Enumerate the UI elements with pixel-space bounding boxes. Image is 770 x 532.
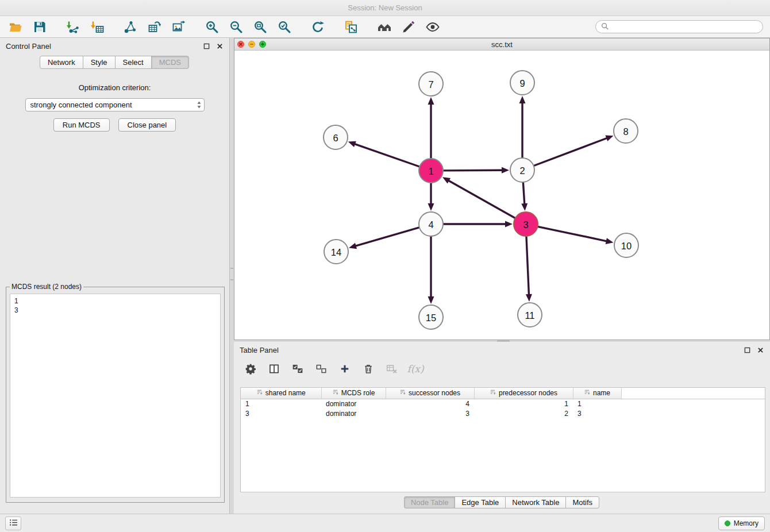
zoom-selected-button[interactable] — [276, 19, 293, 35]
select-all-rows-button[interactable] — [290, 361, 305, 376]
network-graph[interactable]: 7968124314101511 — [234, 51, 769, 340]
export-image-button[interactable] — [170, 19, 187, 35]
graph-node-6[interactable]: 6 — [324, 125, 348, 149]
toolbar-group — [122, 19, 187, 35]
graph-edge-2-3[interactable] — [521, 183, 528, 211]
graph-edge-1-6[interactable] — [348, 141, 419, 167]
first-neighbors-button[interactable] — [376, 19, 393, 35]
graph-edge-1-4[interactable] — [428, 183, 434, 211]
search-field[interactable] — [595, 20, 763, 33]
table-cell-mcds-role[interactable]: dominator — [321, 408, 386, 418]
graph-edge-2-8[interactable] — [534, 136, 614, 166]
control-panel-float-button[interactable] — [202, 42, 210, 50]
table-toolbar: f(x) — [234, 358, 770, 380]
graph-edge-2-9[interactable] — [519, 96, 526, 157]
refresh-view-button[interactable] — [309, 19, 326, 35]
table-cell-predecessor-nodes[interactable]: 1 — [474, 399, 573, 408]
network-from-selection-button[interactable] — [342, 19, 360, 35]
tab-style[interactable]: Style — [83, 56, 116, 69]
close-panel-button[interactable]: Close panel — [118, 118, 176, 132]
open-file-button[interactable] — [7, 19, 24, 35]
table-panel-close-button[interactable] — [756, 346, 764, 354]
import-network-from-file-button[interactable] — [64, 19, 82, 35]
graph-node-10[interactable]: 10 — [614, 233, 638, 257]
control-panel-close-button[interactable] — [215, 42, 224, 50]
table-cell-predecessor-nodes[interactable]: 2 — [474, 408, 573, 418]
toggle-graphics-details-button[interactable] — [424, 19, 441, 35]
graph-node-8[interactable]: 8 — [614, 119, 638, 143]
graph-node-2[interactable]: 2 — [510, 158, 534, 182]
plus-icon — [339, 363, 351, 375]
table-panel-float-button[interactable] — [743, 346, 751, 354]
graph-edge-1-2[interactable] — [444, 167, 509, 174]
close-window-button[interactable] — [237, 41, 244, 48]
table-cell-shared-name[interactable]: 1 — [241, 399, 321, 408]
mcds-result-list[interactable]: 1 3 — [10, 294, 221, 498]
column-header-predecessor-nodes[interactable]: predecessor nodes — [474, 388, 573, 399]
run-mcds-button[interactable]: Run MCDS — [53, 118, 110, 132]
graph-node-11[interactable]: 11 — [518, 303, 542, 327]
table-panel-title: Table Panel — [240, 346, 279, 354]
graph-edge-4-3[interactable] — [444, 221, 513, 228]
panel-menu-button[interactable] — [5, 516, 21, 530]
criterion-dropdown[interactable]: strongly connected component — [25, 98, 205, 111]
table-cell-name[interactable]: 1 — [573, 399, 621, 408]
graph-edge-4-15[interactable] — [428, 237, 434, 304]
graph-edge-3-1[interactable] — [442, 177, 515, 218]
tab-network[interactable]: Network — [40, 56, 83, 69]
tab-edge-table[interactable]: Edge Table — [455, 496, 506, 508]
graph-node-15[interactable]: 15 — [419, 305, 443, 329]
table-cell-mcds-role[interactable]: dominator — [321, 399, 386, 408]
table-cell-shared-name[interactable]: 3 — [241, 408, 321, 418]
table-settings-button[interactable] — [243, 361, 258, 376]
column-header-successor-nodes[interactable]: successor nodes — [386, 388, 474, 399]
tab-network-table[interactable]: Network Table — [505, 496, 566, 508]
table-cell-successor-nodes[interactable]: 4 — [386, 399, 474, 408]
table-row[interactable]: 1dominator411 — [241, 399, 765, 408]
zoom-in-button[interactable] — [203, 19, 221, 35]
graph-node-14[interactable]: 14 — [324, 240, 348, 264]
new-network-table-button[interactable] — [146, 19, 163, 35]
table-cell-successor-nodes[interactable]: 3 — [386, 408, 474, 418]
graph-edge-4-14[interactable] — [349, 228, 419, 249]
graph-edge-3-11[interactable] — [526, 237, 532, 302]
column-header-mcds-role[interactable]: MCDS role — [321, 388, 386, 399]
graph-node-9[interactable]: 9 — [510, 71, 534, 95]
zoom-out-button[interactable] — [228, 19, 245, 35]
delete-columns-button[interactable] — [361, 361, 376, 376]
graph-edge-3-10[interactable] — [538, 227, 614, 244]
sort-icon — [332, 389, 338, 397]
column-label: successor nodes — [409, 389, 460, 397]
graph-edge-1-7[interactable] — [428, 97, 434, 158]
create-column-button[interactable] — [337, 361, 352, 376]
minimize-window-button[interactable] — [248, 41, 255, 48]
tab-select[interactable]: Select — [115, 56, 152, 69]
network-canvas[interactable]: 7968124314101511 — [234, 51, 769, 340]
column-header-shared-name[interactable]: shared name — [241, 388, 321, 399]
memory-button[interactable]: Memory — [718, 516, 765, 530]
tab-node-table[interactable]: Node Table — [404, 496, 456, 508]
graph-node-1[interactable]: 1 — [419, 159, 443, 183]
vertical-splitter[interactable] — [230, 38, 234, 514]
graph-node-4[interactable]: 4 — [419, 212, 443, 236]
table-row[interactable]: 3dominator323 — [241, 408, 765, 418]
tab-motifs[interactable]: Motifs — [565, 496, 599, 508]
search-input[interactable] — [611, 23, 757, 31]
save-session-button[interactable] — [31, 19, 48, 35]
criterion-selected-value: strongly connected component — [30, 101, 132, 109]
graph-node-3[interactable]: 3 — [514, 212, 538, 236]
svg-text:3: 3 — [523, 219, 528, 230]
new-network-button[interactable] — [122, 19, 139, 35]
export-image-icon — [172, 20, 186, 34]
deselect-all-rows-button[interactable] — [314, 361, 329, 376]
table-cell-name[interactable]: 3 — [573, 408, 621, 418]
sort-icon — [490, 389, 496, 397]
zoom-fit-button[interactable] — [252, 19, 269, 35]
column-header-name[interactable]: name — [573, 388, 621, 399]
graph-node-7[interactable]: 7 — [419, 72, 443, 96]
import-table-from-file-button[interactable] — [88, 19, 106, 35]
tab-mcds[interactable]: MCDS — [151, 56, 189, 69]
apply-style-button[interactable] — [400, 19, 417, 35]
column-chooser-button[interactable] — [267, 361, 282, 376]
maximize-window-button[interactable] — [259, 41, 266, 48]
